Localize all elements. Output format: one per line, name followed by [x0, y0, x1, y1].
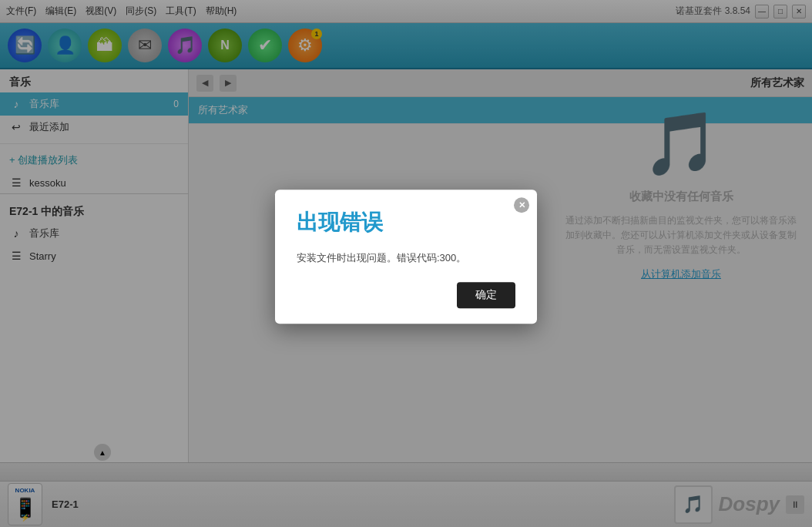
error-modal: ✕ 出现错误 安装文件时出现问题。错误代码:300。 确定 — [275, 190, 537, 324]
modal-ok-button[interactable]: 确定 — [457, 282, 515, 308]
modal-close-button[interactable]: ✕ — [514, 197, 529, 213]
modal-message: 安装文件时出现问题。错误代码:300。 — [297, 250, 515, 267]
modal-title: 出现错误 — [297, 208, 515, 237]
